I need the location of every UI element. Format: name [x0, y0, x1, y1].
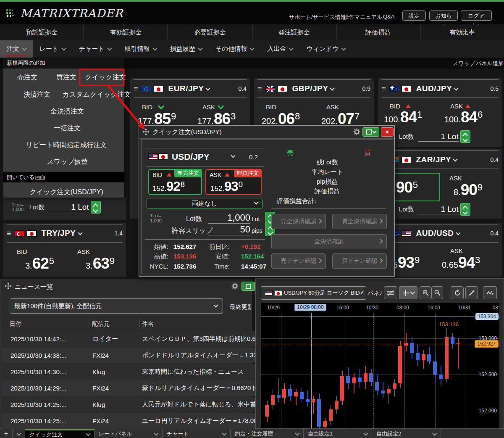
dropdown-item-買注文[interactable]: 買注文 [56, 73, 76, 82]
dropdown-item-売注文[interactable]: 売注文 [17, 73, 37, 82]
chart-plot[interactable]: 153.000152.500152.000153.304152.927153.1… [261, 313, 499, 428]
chevron-down-icon[interactable] [78, 230, 82, 235]
col-date[interactable]: 日付 [10, 320, 21, 328]
news-row[interactable]: 2025/10/30 14:38:...FXi24ポンドドルリアルタイムオーダー… [2, 348, 271, 363]
support-link[interactable]: サポート/サービス情報 [289, 13, 346, 21]
lot-stepper[interactable] [460, 203, 470, 216]
menu-その他情報[interactable]: その他情報 [209, 40, 261, 58]
pair-label[interactable]: AUD/JPY [416, 84, 452, 93]
indicator-icon[interactable] [483, 286, 497, 299]
lot-stepper[interactable] [91, 201, 101, 214]
menu-注文[interactable]: 注文 [0, 40, 33, 58]
gear-icon[interactable] [353, 128, 360, 135]
trendline-tool-button[interactable] [384, 286, 397, 299]
chevron-down-icon[interactable] [454, 86, 459, 90]
hedge-select[interactable]: 両建なし [147, 198, 262, 209]
slip-input[interactable]: 50 [208, 224, 250, 235]
move-icon[interactable] [142, 128, 150, 137]
settings-button[interactable]: 設定 [402, 11, 426, 21]
taskbar-tab-クイック注文[interactable]: クイック注文 [25, 429, 94, 438]
menu-ウィンドウ[interactable]: ウィンドウ [299, 40, 352, 58]
dialog-titlebar[interactable]: クイック注文(USD/JPY) × [139, 126, 394, 139]
dropdown-item-リピート時間指定成行注文[interactable]: リピート時間指定成行注文 [26, 141, 107, 150]
zoom-out-icon[interactable] [431, 286, 443, 299]
pair-label[interactable]: TRY/JPY [42, 229, 76, 238]
news-row[interactable]: 2025/10/30 14:29:...FXi24豪ドルリアルタイムオーダー＝0… [2, 380, 271, 396]
panel-menu-icon[interactable]: ≡ [134, 84, 138, 93]
taskbar-tab-約定・注文履歴[interactable]: 約定・注文履歴 [231, 429, 304, 438]
panel-menu-icon[interactable]: ≡ [257, 84, 262, 93]
dropdown-item-クイック注文[interactable]: クイック注文 [85, 73, 126, 82]
buy-now-button[interactable]: ASK 即買注文 152.930 [205, 169, 262, 195]
tab-list-chevron[interactable] [13, 429, 25, 438]
dropdown-item-カスタムクイック注文[interactable]: カスタムクイック注文 [63, 90, 131, 99]
dropdown-item-open-window[interactable]: クイック注文(USD/JPY) [29, 188, 103, 197]
lot-value[interactable]: 1 Lot [418, 205, 459, 214]
bid-price[interactable]: 3.625 [25, 255, 54, 272]
news-filter-select[interactable]: 最新100件(自動更新), 全配信元 [10, 298, 223, 314]
pair-label[interactable]: ZAR/JPY [416, 155, 452, 164]
col-source[interactable]: 配信元 [92, 320, 110, 328]
pair-label[interactable]: GBP/JPY [292, 84, 328, 93]
add-panel-link[interactable]: パネル追加 [476, 60, 504, 67]
ask-price[interactable]: 3.639 [86, 255, 115, 272]
lot-value[interactable]: 1 Lot [49, 203, 89, 212]
close-all-button[interactable]: 全決済確認 [271, 234, 387, 249]
dialog-pair-label[interactable]: USD/JPY [172, 152, 210, 162]
manual-link[interactable]: 操作マニュアル [344, 13, 383, 21]
lot-input[interactable]: 1,000 [208, 212, 250, 224]
draw-pencil-icon[interactable] [465, 286, 478, 299]
crosshair-tool-button[interactable] [399, 286, 417, 299]
qa-link[interactable]: Q&A [383, 13, 394, 20]
ask-price[interactable]: 0.65943 [442, 254, 480, 272]
sell-doten-button[interactable]: 売ドテン確認 [271, 253, 326, 269]
move-icon[interactable] [5, 282, 12, 291]
swap-link[interactable]: スワップ [453, 60, 475, 67]
panel-menu-icon[interactable]: ≡ [381, 84, 386, 93]
ask-price[interactable]: 100.846 [444, 108, 483, 126]
zoom-in-icon[interactable] [420, 286, 431, 299]
lot-stepper[interactable] [460, 130, 470, 143]
menu-取引情報[interactable]: 取引情報 [118, 40, 163, 58]
menu-入出金[interactable]: 入出金 [260, 40, 299, 58]
taskbar-tab-レートパネル[interactable]: レートパネル [94, 429, 163, 438]
gear-icon[interactable] [231, 282, 238, 289]
notice-button[interactable]: お知らせ [429, 11, 458, 21]
chevron-down-icon[interactable] [456, 230, 460, 235]
add-tab-button[interactable]: + [0, 429, 13, 438]
chart-symbol-select[interactable]: USD/JPY 60分足 ローソク BID [261, 286, 366, 300]
panel-menu-icon[interactable]: ≡ [7, 229, 11, 238]
dropdown-item-一括注文[interactable]: 一括注文 [54, 124, 81, 133]
bid-price[interactable]: 100.841 [384, 108, 422, 126]
pair-label[interactable]: AUD/USD [416, 229, 454, 238]
sell-close-all-button[interactable]: 売全決済確認 [271, 214, 326, 229]
menu-損益履歴[interactable]: 損益履歴 [163, 40, 209, 58]
news-row[interactable]: 2025/10/30 14:25:...FXi24ユーロ円リアルタイムオーダー＝… [2, 413, 271, 429]
ask-price[interactable]: 8.909 [454, 181, 483, 199]
taskbar-tab-チャート[interactable]: チャート [163, 429, 231, 438]
dropdown-item-全決済注文[interactable]: 全決済注文 [50, 107, 84, 116]
menu-チャート[interactable]: チャート [72, 40, 118, 58]
chevron-down-icon[interactable] [330, 86, 335, 90]
logout-button[interactable]: ログアウト [461, 11, 492, 21]
sell-now-button[interactable]: BID 即売注文 152.928 [148, 169, 202, 195]
taskbar-tab-自由設定2[interactable]: 自由設定2 [372, 429, 441, 438]
pair-label[interactable]: EUR/JPY [168, 84, 204, 93]
window-mode-button[interactable] [362, 127, 379, 137]
news-row[interactable]: 2025/10/30 14:42:...ロイタースペインＧＤＰ、第3四半期は前期… [2, 331, 271, 347]
chevron-down-icon[interactable] [453, 157, 458, 161]
buy-close-all-button[interactable]: 買全決済確認 [332, 214, 387, 229]
refresh-icon[interactable] [451, 286, 464, 299]
news-row[interactable]: 2025/10/30 14:30:...Klug東京時間に伝わった指標・ニュース [2, 364, 271, 380]
menu-レート[interactable]: レート [33, 40, 72, 58]
close-icon[interactable]: × [381, 127, 394, 137]
chevron-down-icon[interactable] [206, 86, 210, 90]
window-mode-button[interactable] [242, 282, 255, 291]
buy-doten-button[interactable]: 買ドテン確認 [332, 253, 387, 269]
col-title[interactable]: 件名 [142, 320, 154, 328]
lot-value[interactable]: 1 Lot [418, 132, 459, 142]
dropdown-item-決済注文[interactable]: 決済注文 [24, 90, 50, 99]
dropdown-item-スワップ振替[interactable]: スワップ振替 [47, 158, 88, 166]
taskbar-tab-自由設定1[interactable]: 自由設定1 [304, 429, 372, 438]
news-row[interactable]: 2025/10/30 14:25:...Klug人民元が対ドルで下落に転じる、米… [2, 397, 271, 412]
